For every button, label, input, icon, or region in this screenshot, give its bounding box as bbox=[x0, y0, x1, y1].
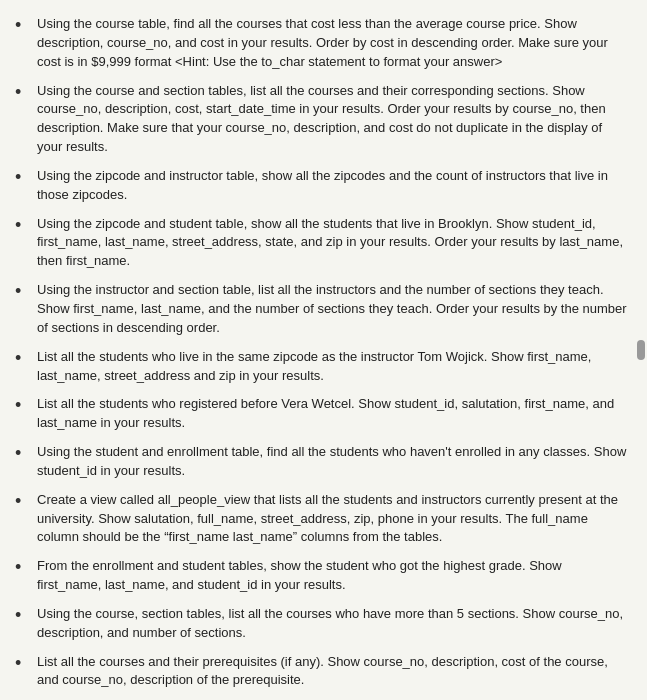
list-item-text: Create a view called all_people_view tha… bbox=[37, 491, 627, 548]
list-item-text: List all the students who registered bef… bbox=[37, 395, 627, 433]
list-item: •List all the courses and their prerequi… bbox=[15, 653, 627, 691]
main-list: •Using the course table, find all the co… bbox=[15, 15, 627, 700]
list-item: •Using the course, section tables, list … bbox=[15, 605, 627, 643]
list-item-text: Using the course and section tables, lis… bbox=[37, 82, 627, 157]
list-item: •List all the students who registered be… bbox=[15, 395, 627, 433]
content-area: •Using the course table, find all the co… bbox=[10, 10, 632, 700]
list-item: •Create a view called all_people_view th… bbox=[15, 491, 627, 548]
bullet-icon: • bbox=[15, 653, 33, 675]
list-item-text: Using the course table, find all the cou… bbox=[37, 15, 627, 72]
list-item: •Using the course and section tables, li… bbox=[15, 82, 627, 157]
bullet-icon: • bbox=[15, 15, 33, 37]
list-item: •Using the instructor and section table,… bbox=[15, 281, 627, 338]
list-item-text: Using the instructor and section table, … bbox=[37, 281, 627, 338]
list-item: •Using the zipcode and student table, sh… bbox=[15, 215, 627, 272]
list-item-text: List all the students who live in the sa… bbox=[37, 348, 627, 386]
list-item-text: Using the course, section tables, list a… bbox=[37, 605, 627, 643]
bullet-icon: • bbox=[15, 281, 33, 303]
bullet-icon: • bbox=[15, 443, 33, 465]
list-item: •Using the student and enrollment table,… bbox=[15, 443, 627, 481]
bullet-icon: • bbox=[15, 82, 33, 104]
list-item: •List all the students who live in the s… bbox=[15, 348, 627, 386]
scrollbar[interactable] bbox=[637, 340, 645, 360]
bullet-icon: • bbox=[15, 605, 33, 627]
list-item-text: Using the zipcode and student table, sho… bbox=[37, 215, 627, 272]
list-item: •Using the course table, find all the co… bbox=[15, 15, 627, 72]
list-item-text: List all the courses and their prerequis… bbox=[37, 653, 627, 691]
list-item-text: Using the student and enrollment table, … bbox=[37, 443, 627, 481]
list-item-text: From the enrollment and student tables, … bbox=[37, 557, 627, 595]
list-item: •From the enrollment and student tables,… bbox=[15, 557, 627, 595]
bullet-icon: • bbox=[15, 395, 33, 417]
bullet-icon: • bbox=[15, 167, 33, 189]
list-item: •Using the zipcode and instructor table,… bbox=[15, 167, 627, 205]
list-item-text: Using the zipcode and instructor table, … bbox=[37, 167, 627, 205]
bullet-icon: • bbox=[15, 215, 33, 237]
bullet-icon: • bbox=[15, 348, 33, 370]
bullet-icon: • bbox=[15, 491, 33, 513]
bullet-icon: • bbox=[15, 557, 33, 579]
